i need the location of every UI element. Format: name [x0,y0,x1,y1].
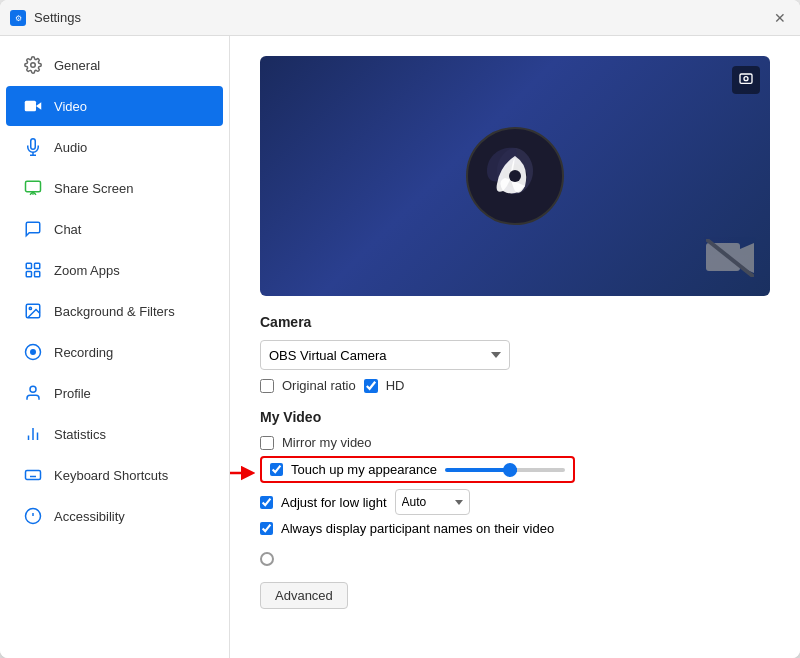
sidebar-item-background[interactable]: Background & Filters [6,291,223,331]
content-area: General Video Audio Share Screen [0,36,800,658]
partial-circle-icon [260,552,274,566]
always-display-row: Always display participant names on thei… [260,521,770,536]
sidebar: General Video Audio Share Screen [0,36,230,658]
camera-section-label: Camera [260,314,770,330]
my-video-label: My Video [260,409,770,425]
touch-up-label[interactable]: Touch up my appearance [291,462,437,477]
svg-rect-4 [25,101,36,112]
sidebar-item-chat[interactable]: Chat [6,209,223,249]
svg-rect-12 [35,272,40,277]
advanced-button[interactable]: Advanced [260,582,348,609]
settings-window: ⚙ Settings ✕ General Video [0,0,800,658]
sidebar-item-accessibility[interactable]: Accessibility [6,496,223,536]
svg-rect-11 [26,272,31,277]
no-camera-icon [706,239,754,277]
svg-rect-7 [26,181,41,192]
camera-row: OBS Virtual Camera [260,340,770,370]
hd-label[interactable]: HD [386,378,405,393]
svg-rect-9 [26,263,31,268]
sidebar-item-chat-label: Chat [54,222,81,237]
no-camera-indicator [706,239,754,280]
sidebar-item-general[interactable]: General [6,45,223,85]
svg-rect-10 [35,263,40,268]
accessibility-icon [22,505,44,527]
mirror-row: Mirror my video [260,435,770,450]
sidebar-item-statistics[interactable]: Statistics [6,414,223,454]
sidebar-item-keyboard[interactable]: Keyboard Shortcuts [6,455,223,495]
sidebar-item-accessibility-label: Accessibility [54,509,125,524]
sidebar-item-profile[interactable]: Profile [6,373,223,413]
background-icon [22,300,44,322]
my-video-section: My Video Mirror my video [260,409,770,609]
sidebar-item-share-label: Share Screen [54,181,134,196]
statistics-icon [22,423,44,445]
svg-point-37 [744,77,748,81]
svg-marker-3 [36,102,41,110]
svg-point-32 [509,170,521,182]
sidebar-item-recording[interactable]: Recording [6,332,223,372]
gear-icon [22,54,44,76]
always-display-label[interactable]: Always display participant names on thei… [281,521,554,536]
main-content: Camera OBS Virtual Camera Original ratio… [230,36,800,658]
svg-point-14 [29,307,31,309]
svg-rect-33 [706,243,740,271]
profile-icon [22,382,44,404]
svg-rect-21 [26,471,41,480]
video-icon [22,95,44,117]
arrow-annotation [230,463,255,483]
sidebar-item-audio-label: Audio [54,140,87,155]
sidebar-item-keyboard-label: Keyboard Shortcuts [54,468,168,483]
sidebar-item-zoom-apps-label: Zoom Apps [54,263,120,278]
screenshot-button[interactable] [732,66,760,94]
adjust-select[interactable]: Auto Manual Disabled [395,489,470,515]
svg-point-16 [31,350,36,355]
sidebar-item-profile-label: Profile [54,386,91,401]
mirror-label[interactable]: Mirror my video [282,435,372,450]
adjust-checkbox[interactable] [260,496,273,509]
recording-icon [22,341,44,363]
original-ratio-row: Original ratio HD [260,378,770,393]
original-ratio-checkbox[interactable] [260,379,274,393]
sidebar-item-video-label: Video [54,99,87,114]
touch-up-checkbox[interactable] [270,463,283,476]
audio-icon [22,136,44,158]
sidebar-item-zoom-apps[interactable]: Zoom Apps [6,250,223,290]
keyboard-icon [22,464,44,486]
mirror-checkbox[interactable] [260,436,274,450]
window-title: Settings [34,10,81,25]
zoom-apps-icon [22,259,44,281]
svg-point-17 [30,386,36,392]
video-preview [260,56,770,296]
sidebar-item-statistics-label: Statistics [54,427,106,442]
sidebar-item-recording-label: Recording [54,345,113,360]
adjust-row: Adjust for low light Auto Manual Disable… [260,489,770,515]
annotation-arrow [230,463,255,483]
svg-rect-36 [740,74,752,83]
touch-up-slider[interactable] [445,468,565,472]
sidebar-item-share-screen[interactable]: Share Screen [6,168,223,208]
svg-text:⚙: ⚙ [15,14,22,23]
sidebar-item-video[interactable]: Video [6,86,223,126]
adjust-label[interactable]: Adjust for low light [281,495,387,510]
camera-select[interactable]: OBS Virtual Camera [260,340,510,370]
sidebar-item-audio[interactable]: Audio [6,127,223,167]
always-display-checkbox[interactable] [260,522,273,535]
touch-up-row: Touch up my appearance [260,456,575,483]
chat-icon [22,218,44,240]
obs-logo [465,126,565,226]
sidebar-item-background-label: Background & Filters [54,304,175,319]
svg-point-2 [31,63,36,68]
touch-up-slider-container [445,468,565,472]
original-ratio-label[interactable]: Original ratio [282,378,356,393]
touch-up-outer: Touch up my appearance [260,456,770,489]
app-icon: ⚙ [10,10,26,26]
share-screen-icon [22,177,44,199]
sidebar-item-general-label: General [54,58,100,73]
camera-icon [738,72,754,88]
hd-checkbox[interactable] [364,379,378,393]
title-bar: ⚙ Settings ✕ [0,0,800,36]
title-bar-left: ⚙ Settings [10,10,81,26]
app-icon-svg: ⚙ [13,13,23,23]
partially-visible-row [260,552,770,566]
close-button[interactable]: ✕ [770,8,790,28]
